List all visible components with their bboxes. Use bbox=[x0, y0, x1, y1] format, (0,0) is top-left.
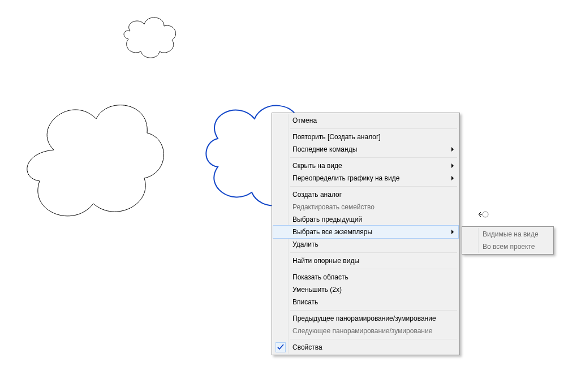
menu-separator bbox=[290, 157, 457, 158]
menu-item-label: Найти опорные виды bbox=[292, 257, 359, 265]
menu-item-уменьшить-2x[interactable]: Уменьшить (2x) bbox=[273, 283, 458, 296]
submenu-item-видимые-на-виде[interactable]: Видимые на виде bbox=[463, 228, 552, 240]
menu-separator bbox=[290, 310, 457, 311]
menu-item-label: Уменьшить (2x) bbox=[292, 286, 342, 294]
menu-item-label: Показать область bbox=[292, 273, 348, 281]
menu-item-вписать[interactable]: Вписать bbox=[273, 296, 458, 308]
menu-item-label: Последние команды bbox=[292, 145, 357, 153]
menu-item-последние-команды[interactable]: Последние команды bbox=[273, 143, 458, 156]
menu-item-label: Свойства bbox=[292, 343, 322, 351]
menu-separator bbox=[290, 269, 457, 269]
menu-item-следующее-панорамирование-зумирование: Следующее панорамирование/зумирование bbox=[273, 325, 458, 337]
menu-item-label: Отмена bbox=[292, 117, 317, 124]
menu-item-label: Предыдущее панорамирование/зумирование bbox=[292, 315, 436, 322]
chevron-right-icon bbox=[451, 176, 454, 180]
context-submenu-select-all-instances[interactable]: Видимые на видеВо всем проекте bbox=[462, 226, 554, 255]
cloud-shape-small bbox=[124, 18, 176, 58]
menu-item-показать-область[interactable]: Показать область bbox=[273, 271, 458, 283]
menu-item-удалить[interactable]: Удалить bbox=[273, 238, 458, 251]
context-menu[interactable]: ОтменаПовторить [Создать аналог]Последни… bbox=[272, 113, 460, 355]
chevron-right-icon bbox=[451, 230, 454, 234]
menu-item-label: Создать аналог bbox=[292, 191, 342, 199]
menu-item-выбрать-все-экземпляры[interactable]: Выбрать все экземпляры bbox=[273, 225, 459, 239]
menu-item-label: Выбрать все экземпляры bbox=[292, 228, 372, 236]
menu-item-label: Скрыть на виде bbox=[292, 162, 342, 170]
submenu-item-во-всем-проекте[interactable]: Во всем проекте bbox=[463, 240, 552, 253]
menu-item-label: Вписать bbox=[292, 298, 318, 306]
menu-item-label: Выбрать предыдущий bbox=[292, 216, 362, 223]
menu-separator bbox=[290, 252, 457, 253]
menu-item-label: Редактировать семейство bbox=[292, 203, 375, 211]
menu-item-label: Переопределить графику на виде bbox=[292, 174, 399, 182]
menu-item-скрыть-на-виде[interactable]: Скрыть на виде bbox=[273, 160, 458, 172]
menu-item-label: Повторить [Создать аналог] bbox=[292, 133, 381, 141]
menu-item-редактировать-семейство: Редактировать семейство bbox=[273, 201, 458, 213]
menu-item-выбрать-предыдущий[interactable]: Выбрать предыдущий bbox=[273, 213, 458, 226]
menu-item-повторить-создать-аналог[interactable]: Повторить [Создать аналог] bbox=[273, 131, 458, 143]
svg-point-0 bbox=[483, 212, 488, 217]
cursor-indicator bbox=[479, 210, 490, 218]
menu-item-создать-аналог[interactable]: Создать аналог bbox=[273, 188, 458, 201]
menu-separator bbox=[290, 339, 457, 339]
menu-separator bbox=[290, 128, 457, 129]
submenu-item-label: Видимые на виде bbox=[483, 230, 539, 238]
menu-item-найти-опорные-виды[interactable]: Найти опорные виды bbox=[273, 255, 458, 267]
menu-item-предыдущее-панорамирование-зумирование[interactable]: Предыдущее панорамирование/зумирование bbox=[273, 312, 458, 325]
menu-separator bbox=[290, 186, 457, 187]
chevron-right-icon bbox=[451, 147, 454, 152]
menu-item-отмена[interactable]: Отмена bbox=[273, 114, 458, 127]
cloud-shape-left bbox=[27, 105, 164, 216]
check-icon bbox=[276, 342, 286, 352]
menu-item-label: Следующее панорамирование/зумирование bbox=[292, 327, 432, 335]
submenu-item-label: Во всем проекте bbox=[483, 243, 535, 251]
chevron-right-icon bbox=[451, 163, 454, 168]
menu-item-свойства[interactable]: Свойства bbox=[273, 341, 458, 354]
menu-item-переопределить-графику-на-виде[interactable]: Переопределить графику на виде bbox=[273, 172, 458, 184]
menu-item-label: Удалить bbox=[292, 240, 319, 248]
